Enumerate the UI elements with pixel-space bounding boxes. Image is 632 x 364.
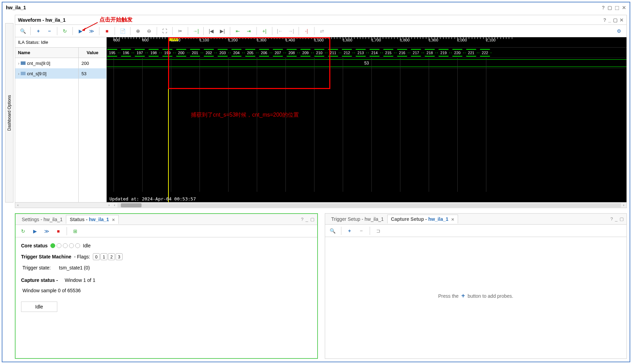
svg-marker-1 xyxy=(82,28,86,31)
expand-icon[interactable]: › xyxy=(18,61,19,66)
tab-status[interactable]: Status - hw_ila_1 ✕ xyxy=(66,215,119,224)
dashboard-options-tab[interactable]: Dashboard Options xyxy=(5,23,13,203)
remove-probe-icon[interactable]: − xyxy=(357,226,366,236)
tab-trigger-setup[interactable]: Trigger Setup - hw_ila_1 xyxy=(328,215,387,223)
empty-message: Press the + button to add probes. xyxy=(325,292,627,299)
prev-edge-icon[interactable]: ⇤ xyxy=(233,26,243,36)
help-icon[interactable]: ? xyxy=(611,216,613,222)
remove-icon[interactable]: − xyxy=(45,26,54,36)
help-icon[interactable]: ? xyxy=(602,5,605,10)
stop-icon[interactable]: ■ xyxy=(54,226,63,236)
go-to-cursor-icon[interactable]: →| xyxy=(191,26,201,36)
swap-icon[interactable]: ⇄ xyxy=(317,26,327,36)
export-icon[interactable]: 📄 xyxy=(118,26,127,36)
zoom-fit-icon[interactable]: ⛶ xyxy=(160,26,169,36)
close-icon[interactable]: ✕ xyxy=(622,5,626,10)
minimize-icon[interactable]: _ xyxy=(615,216,618,222)
maximize-icon[interactable]: ⬚ xyxy=(615,5,619,10)
minimize-icon[interactable]: _ xyxy=(305,217,308,222)
highlight-box xyxy=(168,37,330,89)
search-icon[interactable]: 🔍 xyxy=(18,26,28,36)
stop-icon[interactable]: ■ xyxy=(102,26,112,36)
maximize-icon[interactable]: ▢ xyxy=(310,217,314,222)
next-edge-icon[interactable]: ⇥ xyxy=(244,26,254,36)
close-tab-icon[interactable]: ✕ xyxy=(112,218,115,222)
waveform-panel: Waveform - hw_ila_1 ? _ ▢ ✕ 🔍 + − ↻ ▶ ≫ xyxy=(15,15,627,208)
scroll-left-icon[interactable]: ‹ xyxy=(15,203,21,208)
configure-icon[interactable]: ⊞ xyxy=(70,226,80,236)
fast-forward-icon[interactable]: ≫ xyxy=(42,226,51,236)
updated-timestamp: Updated at: 2024-Apr-04 00:53:57 xyxy=(109,196,196,201)
annotation-capture-hint: 捕获到了cnt_s=53时候，cnt_ms=200的位置 xyxy=(191,111,299,119)
expand-icon[interactable]: › xyxy=(18,71,19,76)
go-first-icon[interactable]: |◀ xyxy=(206,26,216,36)
remove-marker-icon[interactable]: -| xyxy=(302,26,311,36)
refresh-icon[interactable]: ↻ xyxy=(60,26,70,36)
plus-icon: + xyxy=(461,292,465,299)
scroll-right-icon[interactable]: › xyxy=(621,203,626,208)
horizontal-scrollbar[interactable]: ‹ › ‹ › xyxy=(15,202,626,208)
signal-icon xyxy=(21,72,26,75)
run-icon[interactable]: ▶ xyxy=(30,226,40,236)
close-tab-icon[interactable]: ✕ xyxy=(451,217,454,222)
add-icon[interactable]: + xyxy=(33,26,43,36)
maximize-icon[interactable]: ▢ xyxy=(613,17,618,23)
scroll-right-icon[interactable]: › xyxy=(106,203,112,208)
minimize-icon[interactable]: ▢ xyxy=(607,5,612,10)
status-indicator xyxy=(50,243,80,248)
help-icon[interactable]: ? xyxy=(603,17,606,23)
close-icon[interactable]: ✕ xyxy=(620,17,624,23)
maximize-icon[interactable]: ▢ xyxy=(620,216,624,222)
value-column-header: Value xyxy=(79,48,106,58)
flags: 0123 xyxy=(93,253,123,260)
minimize-icon[interactable]: _ xyxy=(608,17,611,23)
help-icon[interactable]: ? xyxy=(301,217,303,222)
ila-status: ILA Status: Idle xyxy=(15,37,106,48)
scroll-left-icon[interactable]: ‹ xyxy=(112,203,117,208)
arrow-icon xyxy=(80,22,101,32)
annotation-trigger-hint: 点击开始触发 xyxy=(99,16,133,23)
signal-value: 200 xyxy=(79,58,106,68)
marker-prev-icon[interactable]: |← xyxy=(275,26,285,36)
marker-next-icon[interactable]: →| xyxy=(286,26,296,36)
go-last-icon[interactable]: ▶| xyxy=(217,26,227,36)
cursor-tool-icon[interactable]: ✂ xyxy=(175,26,185,36)
waveform-toolbar: 🔍 + − ↻ ▶ ≫ ■ 📄 ⊕ ⊖ ⛶ ✂ xyxy=(15,25,626,37)
waveform-display[interactable]: 8009001,0001,1001,2001,3001,4001,5001,60… xyxy=(107,37,626,202)
refresh-icon[interactable]: ↻ xyxy=(18,226,28,236)
signal-row[interactable]: › cnt_ms[9:0] xyxy=(15,58,78,68)
tab-settings[interactable]: Settings - hw_ila_1 xyxy=(18,215,66,224)
gate-icon[interactable]: ⊐ xyxy=(373,226,383,236)
search-icon[interactable]: 🔍 xyxy=(328,226,338,236)
name-column-header: Name xyxy=(15,48,78,58)
signal-icon xyxy=(21,61,26,65)
signal-value: 53 xyxy=(79,68,106,79)
window-title: hw_ila_1 xyxy=(6,5,26,10)
idle-status-box: Idle xyxy=(21,302,57,312)
add-marker-icon[interactable]: +| xyxy=(260,26,269,36)
capture-panel: Trigger Setup - hw_ila_1 Capture Setup -… xyxy=(325,213,627,359)
core-status-label: Core status xyxy=(21,243,48,248)
status-panel: Settings - hw_ila_1 Status - hw_ila_1 ✕ … xyxy=(15,213,318,359)
tab-capture-setup[interactable]: Capture Setup - hw_ila_1 ✕ xyxy=(387,215,458,224)
signal-row[interactable]: › cnt_s[9:0] xyxy=(15,68,78,79)
zoom-out-icon[interactable]: ⊖ xyxy=(144,26,154,36)
title-bar: hw_ila_1 ? ▢ ⬚ ✕ xyxy=(2,2,630,13)
waveform-title: Waveform - hw_ila_1 xyxy=(18,17,66,23)
settings-icon[interactable]: ⚙ xyxy=(614,26,624,36)
zoom-in-icon[interactable]: ⊕ xyxy=(133,26,143,36)
add-probe-icon[interactable]: + xyxy=(345,226,354,236)
